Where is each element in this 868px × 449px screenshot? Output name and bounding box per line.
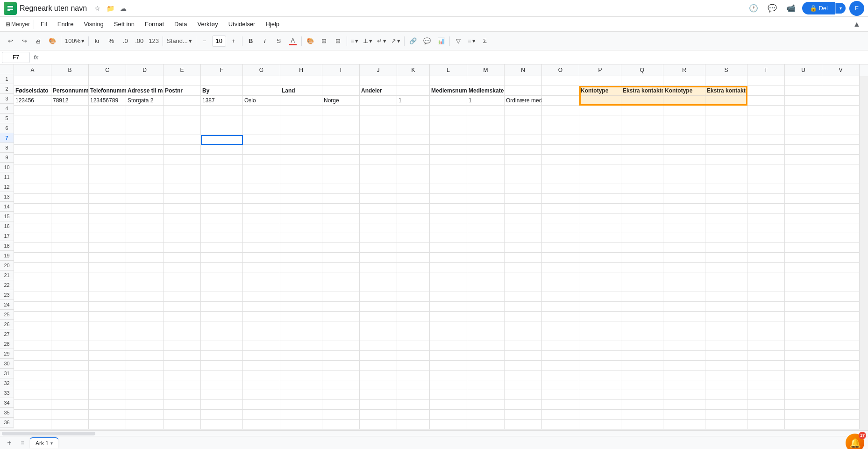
cell-Q10[interactable] [621, 164, 663, 174]
cell-P25[interactable] [579, 312, 621, 321]
cell-L22[interactable] [430, 282, 467, 292]
cell-I23[interactable] [322, 292, 360, 302]
cell-P14[interactable] [579, 204, 621, 214]
cell-E31[interactable] [164, 371, 201, 380]
cell-H12[interactable] [280, 184, 322, 194]
cell-P6[interactable] [579, 125, 621, 135]
cell-E6[interactable] [164, 125, 201, 135]
cell-S34[interactable] [705, 400, 747, 410]
cell-M4[interactable] [467, 106, 505, 115]
cell-D23[interactable] [126, 292, 164, 302]
cell-T19[interactable] [747, 253, 785, 263]
cell-D22[interactable] [126, 282, 164, 292]
cell-J10[interactable] [360, 164, 397, 174]
cell-G35[interactable] [243, 410, 280, 420]
cell-A23[interactable] [14, 292, 51, 302]
menu-format[interactable]: Format [140, 19, 169, 29]
cell-T9[interactable] [747, 155, 785, 164]
cell-K14[interactable] [397, 204, 430, 214]
cell-M33[interactable] [467, 390, 505, 400]
cell-O25[interactable] [542, 312, 579, 321]
cell-J21[interactable] [360, 272, 397, 282]
cell-J1[interactable] [360, 76, 397, 86]
cell-J6[interactable] [360, 125, 397, 135]
cell-R33[interactable] [663, 390, 705, 400]
cell-E19[interactable] [164, 253, 201, 263]
cell-B33[interactable] [51, 390, 89, 400]
cell-K29[interactable] [397, 351, 430, 361]
cell-M1[interactable] [467, 76, 505, 86]
cell-C34[interactable] [89, 400, 126, 410]
cell-Q1[interactable] [621, 76, 663, 86]
cell-R23[interactable] [663, 292, 705, 302]
cell-A35[interactable] [14, 410, 51, 420]
cell-S1[interactable] [705, 76, 747, 86]
cell-D20[interactable] [126, 263, 164, 272]
cell-P9[interactable] [579, 155, 621, 164]
cell-I26[interactable] [322, 321, 360, 331]
cell-F32[interactable] [201, 380, 243, 390]
cell-J8[interactable] [360, 145, 397, 155]
cell-S6[interactable] [705, 125, 747, 135]
cell-A7[interactable] [14, 135, 51, 145]
cell-E32[interactable] [164, 380, 201, 390]
cell-S27[interactable] [705, 331, 747, 341]
cell-G21[interactable] [243, 272, 280, 282]
cell-I1[interactable] [322, 76, 360, 86]
cell-E34[interactable] [164, 400, 201, 410]
cell-K16[interactable] [397, 223, 430, 233]
cell-P19[interactable] [579, 253, 621, 263]
cell-B16[interactable] [51, 223, 89, 233]
cell-Q5[interactable] [621, 115, 663, 125]
cell-O11[interactable] [542, 174, 579, 184]
cell-P16[interactable] [579, 223, 621, 233]
cell-R5[interactable] [663, 115, 705, 125]
cell-K20[interactable] [397, 263, 430, 272]
cell-E28[interactable] [164, 341, 201, 351]
cell-R7[interactable] [663, 135, 705, 145]
cell-I22[interactable] [322, 282, 360, 292]
cell-I4[interactable] [322, 106, 360, 115]
cell-C32[interactable] [89, 380, 126, 390]
cell-D16[interactable] [126, 223, 164, 233]
cell-S21[interactable] [705, 272, 747, 282]
col-header-H[interactable]: H [280, 64, 322, 76]
cell-L32[interactable] [430, 380, 467, 390]
cell-U10[interactable] [785, 164, 822, 174]
cell-S4[interactable] [705, 106, 747, 115]
cell-G18[interactable] [243, 243, 280, 253]
cell-K34[interactable] [397, 400, 430, 410]
cell-S8[interactable] [705, 145, 747, 155]
cell-E26[interactable] [164, 321, 201, 331]
cell-D12[interactable] [126, 184, 164, 194]
cell-N27[interactable] [505, 331, 542, 341]
cell-R34[interactable] [663, 400, 705, 410]
cell-K23[interactable] [397, 292, 430, 302]
cell-B1[interactable] [51, 76, 89, 86]
cell-V25[interactable] [822, 312, 860, 321]
cell-R26[interactable] [663, 321, 705, 331]
cell-N12[interactable] [505, 184, 542, 194]
cell-U8[interactable] [785, 145, 822, 155]
cell-F5[interactable] [201, 115, 243, 125]
cell-M30[interactable] [467, 361, 505, 371]
cell-D15[interactable] [126, 214, 164, 223]
cell-J35[interactable] [360, 410, 397, 420]
cell-T1[interactable] [747, 76, 785, 86]
cell-K11[interactable] [397, 174, 430, 184]
cell-L2[interactable]: Medlemsnummer [430, 86, 467, 96]
cell-G1[interactable] [243, 76, 280, 86]
cell-C24[interactable] [89, 302, 126, 312]
cell-P32[interactable] [579, 380, 621, 390]
cell-O22[interactable] [542, 282, 579, 292]
cell-M28[interactable] [467, 341, 505, 351]
cell-E2[interactable]: Postnr [164, 86, 201, 96]
cell-J19[interactable] [360, 253, 397, 263]
cell-K35[interactable] [397, 410, 430, 420]
cell-N16[interactable] [505, 223, 542, 233]
cell-I18[interactable] [322, 243, 360, 253]
cell-D26[interactable] [126, 321, 164, 331]
cell-O10[interactable] [542, 164, 579, 174]
cell-H29[interactable] [280, 351, 322, 361]
cell-J32[interactable] [360, 380, 397, 390]
